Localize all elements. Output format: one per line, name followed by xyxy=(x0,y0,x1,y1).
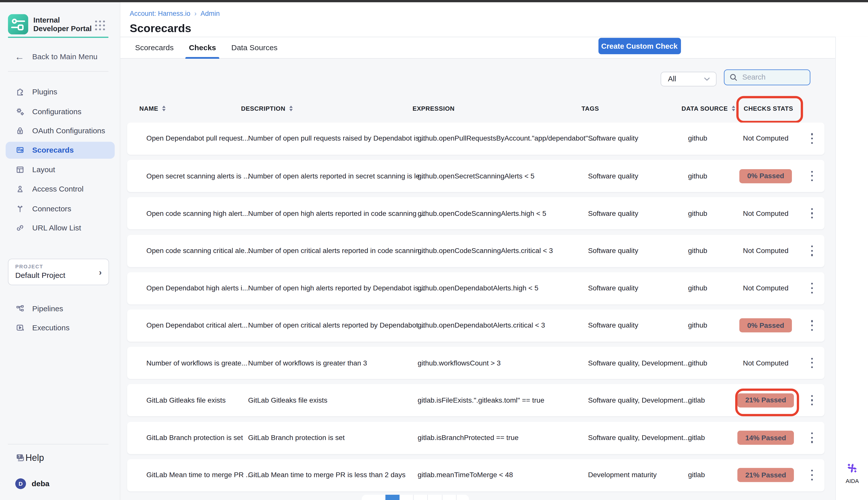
cell-name: Open Dependabot critical alert... xyxy=(146,321,248,330)
cell-description: GitLab Mean time to merge PR is less tha… xyxy=(248,471,405,479)
sidebar-item-plugins[interactable]: Plugins xyxy=(6,83,115,100)
person-icon xyxy=(15,184,25,194)
pagination[interactable] xyxy=(361,495,469,500)
layout-icon xyxy=(15,164,25,174)
sidebar-item-label: Executions xyxy=(32,323,69,332)
row-menu-button[interactable] xyxy=(809,468,815,483)
row-menu-button[interactable] xyxy=(809,168,815,183)
sidebar-item-url-allow-list[interactable]: URL Allow List xyxy=(6,219,115,237)
sidebar-item-label: Connectors xyxy=(32,204,71,213)
tabs: ScorecardsChecksData Sources xyxy=(134,37,279,58)
row-menu-button[interactable] xyxy=(809,355,815,371)
aida-button[interactable]: AIDA xyxy=(836,461,868,484)
help-button[interactable]: ? Help xyxy=(6,449,115,466)
cell-description: Number of open critical alerts reported … xyxy=(248,321,424,330)
row-menu-button[interactable] xyxy=(809,393,815,408)
aida-label: AIDA xyxy=(846,477,859,484)
tab-data-sources[interactable]: Data Sources xyxy=(230,37,279,58)
checks-stats-text: Not Computed xyxy=(743,135,788,143)
table-row[interactable]: GitLab Branch protection is setGitLab Br… xyxy=(127,422,825,454)
checks-stats-text: Not Computed xyxy=(743,284,788,292)
app-grid-icon[interactable] xyxy=(94,19,107,32)
column-header-data-source[interactable]: DATA SOURCE xyxy=(682,105,735,112)
column-header-description[interactable]: DESCRIPTION xyxy=(241,105,293,112)
arrow-left-icon: ← xyxy=(15,52,24,61)
cell-data-source: gitlab xyxy=(688,471,705,479)
link-icon xyxy=(15,223,25,233)
sidebar-item-executions[interactable]: Executions xyxy=(6,319,115,336)
user-menu[interactable]: D deba xyxy=(6,475,115,492)
lock-icon xyxy=(15,126,25,135)
create-custom-check-button[interactable]: Create Custom Check xyxy=(598,38,681,54)
tab-checks[interactable]: Checks xyxy=(188,37,217,58)
sidebar-item-label: URL Allow List xyxy=(32,224,81,232)
checks-stats-badge: 0% Passed xyxy=(739,169,792,183)
row-menu-button[interactable] xyxy=(809,131,815,146)
cell-name: GitLab Mean time to merge PR ... xyxy=(146,471,252,479)
row-menu-button[interactable] xyxy=(809,206,815,221)
aida-flower-icon xyxy=(845,461,859,475)
window-top-edge xyxy=(0,0,868,2)
breadcrumb-admin-link[interactable]: Admin xyxy=(201,9,220,17)
cell-expression: github.openCodeScanningAlerts.high < 5 xyxy=(418,209,546,217)
cell-data-source: github xyxy=(688,359,707,367)
row-menu-button[interactable] xyxy=(809,281,815,296)
cell-tags: Software quality xyxy=(588,284,638,292)
sidebar-item-pipelines[interactable]: Pipelines xyxy=(6,300,115,317)
cell-description: Number of open alerts reported in secret… xyxy=(248,172,426,180)
sidebar-item-label: OAuth Configurations xyxy=(32,126,105,135)
column-header-checks-stats: CHECKS STATS xyxy=(744,105,793,112)
cell-description: Number of workflows is greater than 3 xyxy=(248,359,367,367)
table-row[interactable]: Open Dependabot high alerts i...Number o… xyxy=(127,272,825,304)
row-menu-button[interactable] xyxy=(809,243,815,258)
sidebar-item-connectors[interactable]: Connectors xyxy=(6,200,115,217)
divider xyxy=(8,444,109,444)
cell-expression: github.openPullRequestsByAccount."app/de… xyxy=(418,135,596,143)
column-label: CHECKS STATS xyxy=(744,105,793,112)
column-header-expression: EXPRESSION xyxy=(413,105,455,112)
table-row[interactable]: GitLab Gitleaks file existsGitLab Gitlea… xyxy=(127,384,825,417)
sort-icon[interactable] xyxy=(162,105,166,111)
pagination-separator xyxy=(442,495,442,500)
pagination-separator xyxy=(427,495,428,500)
sidebar-item-access-control[interactable]: Access Control xyxy=(6,181,115,197)
checks-stats-badge: 0% Passed xyxy=(739,319,792,332)
sidebar-item-scorecards[interactable]: Scorecards xyxy=(6,141,115,159)
breadcrumb-account-link[interactable]: Account: Harness.io xyxy=(130,9,190,17)
sort-icon[interactable] xyxy=(732,105,735,111)
column-label: NAME xyxy=(140,105,158,112)
sidebar-item-layout[interactable]: Layout xyxy=(6,161,115,178)
table-row[interactable]: Open code scanning critical ale...Number… xyxy=(127,235,825,267)
table-row[interactable]: GitLab Mean time to merge PR ...GitLab M… xyxy=(127,459,825,491)
sidebar-item-configurations[interactable]: Configurations xyxy=(6,103,115,120)
cell-description: Number of open high alerts reported in c… xyxy=(248,209,424,217)
row-menu-button[interactable] xyxy=(809,430,815,445)
sidebar-item-oauth-configurations[interactable]: OAuth Configurations xyxy=(6,122,115,139)
checks-stats-text: Not Computed xyxy=(743,209,788,217)
page-title: Scorecards xyxy=(130,22,191,35)
cell-data-source: gitlab xyxy=(688,396,705,405)
cell-expression: gitlab.isBranchProtected == true xyxy=(418,434,519,442)
tab-scorecards[interactable]: Scorecards xyxy=(134,37,175,58)
back-to-main-menu[interactable]: ← Back to Main Menu xyxy=(6,48,115,65)
table-row[interactable]: Number of workflows is greate...Number o… xyxy=(127,347,825,379)
filter-dropdown[interactable]: All xyxy=(660,72,716,86)
cell-expression: github.openCodeScanningAlerts.critical <… xyxy=(418,247,553,255)
row-menu-button[interactable] xyxy=(809,318,815,333)
table-row[interactable]: Open secret scanning alerts is ...Number… xyxy=(127,160,825,192)
page-header: Account: Harness.io › Admin Scorecards xyxy=(120,2,868,36)
table-row[interactable]: Open Dependabot pull request...Number of… xyxy=(127,123,825,155)
sort-icon[interactable] xyxy=(289,105,293,111)
filter-value: All xyxy=(668,75,703,83)
column-label: EXPRESSION xyxy=(413,105,455,112)
project-selector[interactable]: PROJECT Default Project › xyxy=(8,259,109,285)
scorecard-icon xyxy=(15,145,25,155)
table-row[interactable]: Open Dependabot critical alert...Number … xyxy=(127,309,825,342)
chevron-right-icon: › xyxy=(99,267,102,276)
column-header-tags: TAGS xyxy=(581,105,599,112)
pagination-active-page[interactable] xyxy=(385,495,399,500)
column-header-name[interactable]: NAME xyxy=(140,105,166,112)
search-input[interactable] xyxy=(741,72,806,82)
cell-tags: Software quality, Development... xyxy=(588,359,689,367)
table-row[interactable]: Open code scanning high alert...Number o… xyxy=(127,197,825,229)
